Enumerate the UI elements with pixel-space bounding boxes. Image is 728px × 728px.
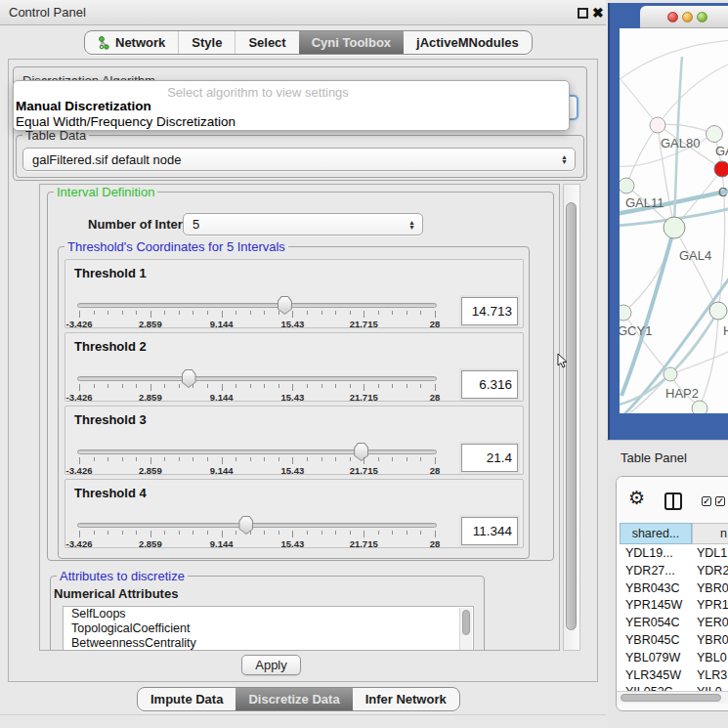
column-header-name[interactable]: n	[692, 523, 728, 544]
slider-tick	[264, 384, 265, 388]
network-graph: GAL80 GA C GAL11 GAL4 GCY1 H HAP2	[620, 28, 728, 413]
node-label: GCY1	[620, 323, 652, 338]
tab-label: Infer Network	[365, 692, 447, 707]
slider-tick	[250, 384, 251, 388]
tab-cyni-toolbox[interactable]: Cyni Toolbox	[299, 31, 404, 54]
dropdown-option-equal-width-frequency[interactable]: Equal Width/Frequency Discretization	[16, 114, 563, 129]
tab-discretize-data[interactable]: Discretize Data	[236, 688, 352, 710]
slider-tick-label: -3.426	[66, 465, 93, 476]
column-header-shared[interactable]: shared...	[620, 523, 692, 544]
table-row[interactable]: YLR345WYLR3	[617, 667, 728, 685]
slider-tick	[136, 311, 137, 315]
slider-track[interactable]	[77, 376, 437, 381]
divider	[0, 714, 606, 715]
threshold-slider[interactable]: -3.4262.8599.14415.4321.71528	[65, 515, 449, 549]
float-window-icon[interactable]	[578, 8, 588, 19]
node-ga[interactable]	[707, 126, 723, 143]
slider-track[interactable]	[77, 450, 437, 454]
table-row[interactable]: YPR145WYPR1	[617, 597, 728, 615]
table-row[interactable]: YER054CYER0	[617, 615, 728, 632]
node-bottom[interactable]	[692, 401, 707, 413]
column-split-icon[interactable]	[664, 492, 682, 510]
node-gcy1[interactable]	[620, 305, 631, 321]
slider-tick	[122, 531, 123, 535]
network-canvas[interactable]: GAL80 GA C GAL11 GAL4 GCY1 H HAP2	[620, 28, 728, 413]
dropdown-option-manual-discretization[interactable]: Manual Discretization	[16, 99, 563, 113]
table-row[interactable]: YDR27...YDR2	[617, 563, 728, 580]
tab-impute-data[interactable]: Impute Data	[138, 688, 236, 710]
numerical-attributes-list[interactable]: SelfLoops TopologicalCoefficient Between…	[63, 606, 474, 651]
slider-tick	[79, 384, 80, 391]
cell: YIL0	[697, 684, 722, 691]
list-item[interactable]: SelfLoops	[64, 607, 473, 621]
gear-icon[interactable]: ⚙	[628, 489, 645, 507]
list-item[interactable]: TopologicalCoefficient	[64, 621, 473, 636]
threshold-value-field[interactable]	[461, 517, 518, 545]
slider-tick	[94, 457, 95, 461]
tab-select[interactable]: Select	[235, 31, 298, 54]
num-intervals-combobox[interactable]: 5 ▲▼	[183, 213, 423, 236]
close-traffic-light-icon[interactable]	[667, 12, 678, 22]
tab-jactivemnodules[interactable]: jActiveMNodules	[404, 31, 532, 54]
checkbox-icon[interactable]: ✓	[715, 496, 725, 506]
tab-style[interactable]: Style	[178, 31, 235, 54]
tab-label: Select	[248, 35, 285, 50]
network-window-titlebar[interactable]	[640, 6, 728, 28]
table-data-combobox[interactable]: galFiltered.sif default node ▲▼	[22, 148, 576, 171]
slider-tick	[378, 311, 379, 315]
tab-infer-network[interactable]: Infer Network	[353, 688, 459, 710]
table-row[interactable]: YDL19...YDL1	[617, 545, 728, 563]
network-icon	[98, 36, 110, 50]
table-row[interactable]: YIL052CYIL0	[617, 684, 728, 691]
list-scrollbar-thumb[interactable]	[462, 610, 470, 635]
threshold-value-field[interactable]	[461, 297, 518, 325]
minimize-traffic-light-icon[interactable]	[682, 12, 693, 22]
node-red-selected[interactable]	[714, 161, 728, 177]
slider-tick	[193, 311, 193, 315]
cell: YDR2	[697, 563, 728, 580]
table-row[interactable]: YBR045CYBR0	[617, 632, 728, 650]
control-panel-tabbar: Network Style Select Cyni Toolbox jActiv…	[84, 30, 533, 55]
node-h[interactable]	[709, 302, 727, 320]
threshold-slider[interactable]: -3.4262.8599.14415.4321.71528	[65, 295, 449, 329]
close-icon[interactable]: ✖	[592, 4, 604, 21]
table-horizontal-scrollbar[interactable]	[617, 691, 728, 704]
apply-button[interactable]: Apply	[241, 655, 301, 675]
threshold-value-field[interactable]	[461, 370, 518, 399]
node-label: HAP2	[665, 386, 699, 401]
cell: YDR27...	[625, 563, 675, 580]
settings-scrollbar[interactable]	[563, 184, 580, 651]
tab-label: jActiveMNodules	[416, 35, 519, 50]
table-scrollbar-thumb[interactable]	[621, 694, 721, 702]
threshold-slider[interactable]: -3.4262.8599.14415.4321.71528	[65, 368, 449, 403]
slider-track[interactable]	[77, 303, 437, 308]
slider-tick	[236, 384, 236, 388]
cyni-mode-tabbar: Impute Data Discretize Data Infer Networ…	[137, 687, 460, 711]
zoom-traffic-light-icon[interactable]	[697, 12, 707, 22]
node-hap2[interactable]	[664, 367, 677, 381]
slider-tick	[364, 457, 364, 464]
slider-tick	[150, 531, 151, 537]
slider-track[interactable]	[77, 523, 437, 528]
slider-tick	[307, 384, 308, 388]
table-row[interactable]: YBL079WYBL0	[617, 650, 728, 667]
slider-tick-label: 9.144	[210, 392, 234, 403]
node-gal4[interactable]	[664, 217, 685, 238]
tab-network[interactable]: Network	[85, 31, 178, 54]
slider-tick-label: 2.859	[139, 538, 162, 549]
list-scrollbar[interactable]	[459, 608, 472, 651]
slider-tick	[378, 384, 379, 388]
control-panel: Control Panel ✖ Network Style Select Cyn…	[0, 0, 606, 728]
slider-tick-label: 2.859	[139, 319, 162, 329]
checkbox-icon[interactable]: ✓	[702, 496, 711, 506]
node-gal80[interactable]	[650, 117, 665, 133]
table-row[interactable]: YBR043CYBR0	[617, 580, 728, 598]
threshold-value-field[interactable]	[461, 444, 518, 472]
slider-tick	[420, 384, 421, 388]
threshold-slider[interactable]: -3.4262.8599.14415.4321.71528	[65, 442, 449, 476]
cell: YPR1	[697, 597, 728, 615]
settings-scrollbar-thumb[interactable]	[566, 202, 577, 630]
node-gal11[interactable]	[620, 178, 634, 193]
list-item[interactable]: BetweennessCentrality	[64, 636, 473, 651]
attributes-group: Attributes to discretize Numerical Attri…	[50, 576, 485, 651]
